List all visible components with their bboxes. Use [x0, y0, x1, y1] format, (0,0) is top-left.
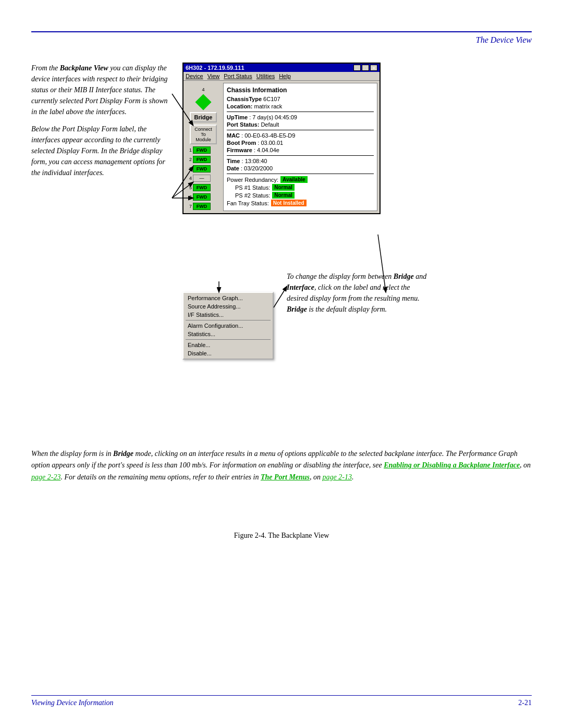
device-left-panel: 4 Bridge ConnectToModule 1 FWD 2 FWD 3 — [186, 83, 221, 211]
firmware-val: : 4.04.04e — [254, 147, 279, 153]
context-menu: Performance Graph... Source Addressing..… — [182, 292, 274, 360]
port-btn-5[interactable]: FWD — [193, 184, 211, 191]
divider-3 — [227, 155, 374, 156]
port-row-6: 6 FWD — [187, 193, 220, 201]
ps1-row: PS #1 Status: Normal — [227, 184, 374, 191]
port-num-7: 7 — [187, 204, 192, 209]
link-port-menus[interactable]: The Port Menus — [261, 473, 310, 481]
link-page-2-23[interactable]: page 2-23 — [31, 473, 60, 481]
port-row-3: 3 FWD — [187, 165, 220, 172]
port-row-5: 5 FWD — [187, 184, 220, 191]
chassis-info-panel: Chassis Information ChassisType 6C107 Lo… — [223, 83, 377, 211]
close-button[interactable]: × — [370, 65, 377, 71]
bold-interface: Interface — [287, 283, 314, 291]
bottom-para: When the display form is in Bridge mode,… — [31, 448, 532, 483]
port-btn-1[interactable]: FWD — [193, 146, 211, 154]
svg-line-5 — [274, 287, 287, 307]
menu-view[interactable]: View — [207, 73, 220, 79]
chassis-type-row: ChassisType 6C107 — [227, 96, 374, 102]
fan-badge: Not Installed — [271, 200, 307, 206]
time-row: Time : 13:08:40 — [227, 158, 374, 164]
port-btn-7[interactable]: FWD — [193, 203, 211, 210]
port-status-val: Default — [261, 121, 279, 128]
uptime-val: : 7 day(s) 04:45:09 — [249, 114, 297, 120]
time-label: Time — [227, 158, 242, 164]
power-redundancy-row: Power Redundancy: Available — [227, 176, 374, 183]
left-description: From the Backplane View you can display … — [31, 63, 172, 184]
divider-1 — [227, 112, 374, 112]
location-val: matrix rack — [254, 103, 283, 109]
link-enabling[interactable]: Enabling or Disabling a Backplane Interf… — [384, 461, 520, 469]
connect-button[interactable]: ConnectToModule — [190, 125, 217, 144]
port-top-num: 4 — [202, 87, 204, 92]
bold-bridge-1: Bridge — [394, 273, 414, 280]
port-btn-2[interactable]: FWD — [193, 156, 211, 163]
port-num-2: 2 — [187, 157, 192, 162]
power-redundancy-label: Power Redundancy: — [227, 177, 278, 183]
divider-4 — [227, 174, 374, 174]
para1: From the Backplane View you can display … — [31, 63, 172, 117]
right-menu-description: To change the display form between Bridg… — [287, 271, 427, 315]
port-num-1: 1 — [187, 147, 192, 153]
window-controls: _ □ × — [353, 65, 377, 71]
bold-bridge-2: Bridge — [287, 305, 307, 313]
fan-label: Fan Tray Status: — [227, 200, 269, 206]
chassis-title: Chassis Information — [227, 87, 374, 94]
minimize-button[interactable]: _ — [353, 65, 361, 71]
location-label: Location: — [227, 103, 254, 109]
menu-port-status[interactable]: Port Status — [224, 73, 252, 79]
bridge-button[interactable]: Bridge — [190, 112, 217, 122]
chassis-type-val: 6C107 — [263, 96, 280, 102]
ps2-label: PS #2 Status: — [227, 192, 270, 199]
uptime-row: UpTime : 7 day(s) 04:45:09 — [227, 114, 374, 120]
bottom-description: When the display form is in Bridge mode,… — [31, 448, 532, 483]
window-titlebar: 6H302 - 172.19.59.111 _ □ × — [183, 64, 380, 72]
menu-if-statistics[interactable]: I/F Statistics... — [183, 311, 273, 319]
ps1-label: PS #1 Status: — [227, 184, 270, 191]
port-status-row: Port Status: Default — [227, 121, 374, 128]
maximize-button[interactable]: □ — [362, 65, 369, 71]
port-row-4: 4 — — [187, 175, 220, 182]
boot-prom-label: Boot Prom — [227, 140, 258, 146]
port-num-6: 6 — [187, 194, 192, 200]
ps2-badge: Normal — [272, 192, 294, 199]
window-title: 6H302 - 172.19.59.111 — [186, 65, 244, 71]
port-btn-4[interactable]: — — [193, 175, 211, 182]
menu-statistics[interactable]: Statistics... — [183, 330, 273, 338]
port-status-label: Port Status: — [227, 121, 261, 128]
window-menubar: Device View Port Status Utilities Help — [183, 72, 380, 81]
boot-prom-val: : 03.00.01 — [258, 140, 283, 146]
top-indicator: 4 — [202, 84, 204, 92]
divider-2 — [227, 130, 374, 130]
port-num-4: 4 — [187, 176, 192, 181]
uptime-label: UpTime — [227, 114, 249, 120]
menu-source-addressing[interactable]: Source Addressing... — [183, 302, 273, 311]
mac-val: : 00-E0-63-4B-E5-D9 — [241, 132, 295, 139]
menu-device[interactable]: Device — [186, 73, 203, 79]
device-window: 6H302 - 172.19.59.111 _ □ × Device View … — [182, 63, 381, 214]
para2-text: Below the Port Display Form label, the i… — [31, 125, 165, 177]
time-val: : 13:08:40 — [242, 158, 267, 164]
port-row-1: 1 FWD — [187, 146, 220, 154]
chassis-type-label: ChassisType — [227, 96, 263, 102]
menu-performance-graph[interactable]: Performance Graph... — [183, 294, 273, 302]
link-page-2-13[interactable]: page 2-13 — [323, 473, 352, 481]
port-row-2: 2 FWD — [187, 156, 220, 163]
status-diamond — [195, 94, 211, 110]
port-btn-6[interactable]: FWD — [193, 193, 211, 201]
boot-prom-row: Boot Prom : 03.00.01 — [227, 140, 374, 146]
menu-enable[interactable]: Enable... — [183, 341, 273, 349]
port-num-5: 5 — [187, 185, 192, 190]
menu-utilities[interactable]: Utilities — [256, 73, 275, 79]
window-body: 4 Bridge ConnectToModule 1 FWD 2 FWD 3 — [183, 81, 380, 213]
menu-alarm-config[interactable]: Alarm Configuration... — [183, 322, 273, 330]
footer-left[interactable]: Viewing Device Information — [31, 699, 114, 707]
footer-right: 2-21 — [518, 699, 532, 707]
menu-help[interactable]: Help — [279, 73, 291, 79]
date-row: Date : 03/20/2000 — [227, 165, 374, 171]
port-btn-3[interactable]: FWD — [193, 165, 211, 172]
location-row: Location: matrix rack — [227, 103, 374, 109]
menu-disable[interactable]: Disable... — [183, 349, 273, 357]
para1-bold: Backplane View — [60, 64, 108, 72]
figure-caption: Figure 2-4. The Backplane View — [31, 532, 532, 540]
